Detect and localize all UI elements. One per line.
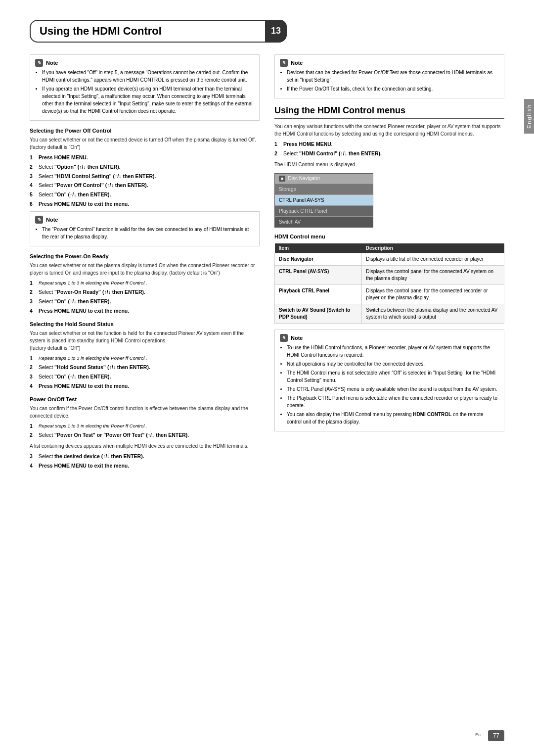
step-number: 3	[30, 453, 36, 461]
section3-heading: Selecting the Hold Sound Status	[30, 321, 260, 327]
note-bullets: Devices that can be checked for Power On…	[280, 69, 499, 93]
step-number: 1	[30, 280, 36, 287]
note-header: ✎ Note	[35, 59, 254, 67]
step-text: Select "On" (↑/↓ then ENTER).	[39, 191, 260, 199]
note-label: Note	[291, 60, 303, 66]
note-label: Note	[291, 335, 303, 341]
step-item: 6 Press HOME MENU to exit the menu.	[30, 200, 260, 208]
section3-steps: 1 Repeat steps 1 to 3 in electing the Po…	[30, 355, 260, 390]
right-column: ✎ Note Devices that can be checked for P…	[274, 54, 504, 473]
section4-steps-a: 1 Repeat steps 1 to 3 in electing the Po…	[30, 423, 260, 440]
page: English Using the HDMI Control 13 ✎ Note…	[0, 0, 534, 756]
step-text: Repeat steps 1 to 3 in electing the Powe…	[39, 423, 260, 430]
step-text: Select "Hold Sound Status" (↑/↓ then ENT…	[39, 364, 260, 372]
note-bullet: Devices that can be checked for Power On…	[287, 69, 499, 84]
hdmi-control-table: Item Description Disc Navigator Displays…	[274, 243, 504, 324]
page-number-en: En	[475, 732, 481, 737]
table-cell-item: CTRL Panel (AV-SYS)	[275, 265, 362, 284]
step-item: 4 Press HOME MENU to exit the menu.	[30, 382, 260, 390]
section2-heading: Selecting the Power-On Ready	[30, 253, 260, 259]
note-bullet: If you operate an HDMI supported device(…	[42, 85, 254, 115]
step-item: 2 Select "Power-On Ready" (↑/↓ then ENTE…	[30, 288, 260, 296]
step-number: 2	[30, 364, 36, 372]
step-number: 6	[30, 200, 36, 208]
note-bullet: The "Power Off Control" function is vali…	[42, 226, 254, 240]
menu-row-playback: Playback CTRL Panel	[275, 206, 373, 217]
step-text: Press HOME MENU to exit the menu.	[39, 200, 260, 208]
step-text: Repeat steps 1 to 3 in electing the Powe…	[39, 355, 260, 363]
step-item: 3 Select "On" (↑/↓ then ENTER).	[30, 298, 260, 306]
note-bullet: The Playback CTRL Panel menu is selectab…	[287, 394, 499, 409]
right-top-note: ✎ Note Devices that can be checked for P…	[274, 54, 504, 98]
step-text: Select "Option" (↑/↓ then ENTER).	[39, 163, 260, 171]
page-number: 77	[488, 730, 504, 741]
step-text: Press HOME MENU to exit the menu.	[39, 382, 260, 390]
section2-body: You can select whether or not the plasma…	[30, 262, 260, 277]
note-header: ✎ Note	[35, 216, 254, 224]
chapter-title: Using the HDMI Control	[40, 25, 162, 38]
note-icon: ✎	[35, 59, 43, 67]
step-number: 2	[30, 288, 36, 296]
step-number: 3	[30, 298, 36, 306]
right-bottom-note: ✎ Note To use the HDMI Control functions…	[274, 330, 504, 431]
hdmi-menus-title: Using the HDMI Control menus	[274, 105, 504, 119]
note-header: ✎ Note	[280, 59, 499, 67]
step-item: 2 Select "Hold Sound Status" (↑/↓ then E…	[30, 364, 260, 372]
menu-row-storage: Storage	[275, 184, 373, 195]
left-top-note: ✎ Note If you have selected "Off" in ste…	[30, 54, 260, 121]
side-language-label: English	[524, 99, 534, 134]
content-columns: ✎ Note If you have selected "Off" in ste…	[30, 54, 504, 473]
section1-body: You can select whether or not the connec…	[30, 136, 260, 151]
note-bullet: If you have selected "Off" in step 5, a …	[42, 69, 254, 84]
table-row: Playback CTRL Panel Displays the control…	[275, 284, 504, 304]
step-text: Select the desired device (↑/↓ then ENTE…	[39, 453, 260, 461]
step-text: Select "HDMI Control Setting" (↑/↓ then …	[39, 173, 260, 181]
step-item: 4 Select "Power Off Control" (↑/↓ then E…	[30, 182, 260, 189]
step-item: 1 Repeat steps 1 to 3 in electing the Po…	[30, 355, 260, 363]
hdmi-menu-screenshot: ■ Disc Navigator Storage CTRL Panel AV-S…	[274, 173, 373, 228]
table-cell-desc: Switches between the plasma display and …	[362, 304, 504, 323]
step-number: 1	[30, 355, 36, 363]
menu-row-header: ■ Disc Navigator	[275, 174, 373, 184]
step-number: 3	[30, 173, 36, 181]
note-bullets: To use the HDMI Control functions, a Pio…	[280, 344, 499, 425]
section1-steps: 1 Press HOME MENU. 2 Select "Option" (↑/…	[30, 154, 260, 208]
step-number: 4	[30, 462, 36, 470]
note-bullets: If you have selected "Off" in step 5, a …	[35, 69, 254, 115]
step-item: 2 Select "HDMI Control" (↑/↓ then ENTER)…	[274, 150, 504, 158]
note-header: ✎ Note	[280, 334, 499, 342]
table-cell-item: Playback CTRL Panel	[275, 284, 362, 304]
table-row: Disc Navigator Displays a title list of …	[275, 253, 504, 265]
hdmi-after-steps: The HDMI Control menu is displayed.	[274, 161, 504, 168]
note-bullet: The HDMI Control menu is not selectable …	[287, 369, 499, 384]
step-item: 1 Press HOME MENU.	[30, 154, 260, 162]
note-icon: ✎	[280, 59, 288, 67]
step-text: Press HOME MENU to exit the menu.	[39, 307, 260, 315]
step-item: 4 Press HOME MENU to exit the menu.	[30, 307, 260, 315]
step-text: Select "Power-On Ready" (↑/↓ then ENTER)…	[39, 288, 260, 296]
step-text: Select "HDMI Control" (↑/↓ then ENTER).	[283, 150, 504, 158]
note-bullet: To use the HDMI Control functions, a Pio…	[287, 344, 499, 359]
step-text: Select "Power On Test" or "Power Off Tes…	[39, 431, 260, 439]
section4-mid-text: A list containing devices appears when m…	[30, 442, 260, 450]
note-icon: ✎	[280, 334, 288, 342]
section3-body: You can select whether or not the functi…	[30, 330, 260, 352]
step-number: 2	[30, 431, 36, 439]
table-cell-item: Switch to AV Sound (Switch to PDP Sound)	[275, 304, 362, 323]
step-number: 2	[274, 150, 280, 158]
table-cell-desc: Displays the control panel for the conne…	[362, 284, 504, 304]
menu-row-switch: Switch AV	[275, 217, 373, 227]
left-mid-note: ✎ Note The "Power Off Control" function …	[30, 211, 260, 246]
note-label: Note	[46, 60, 58, 66]
table-cell-desc: Displays the control panel for the conne…	[362, 265, 504, 284]
step-text: Repeat steps 1 to 3 in electing the Powe…	[39, 280, 260, 287]
chapter-header: Using the HDMI Control 13	[30, 20, 287, 43]
section4-steps-b: 3 Select the desired device (↑/↓ then EN…	[30, 453, 260, 470]
section1-heading: Selecting the Power Off Control	[30, 128, 260, 134]
step-item: 1 Repeat steps 1 to 3 in electing the Po…	[30, 280, 260, 287]
chapter-number: 13	[265, 20, 287, 42]
table-col-desc: Description	[362, 243, 504, 253]
step-number: 1	[30, 154, 36, 162]
section2-steps: 1 Repeat steps 1 to 3 in electing the Po…	[30, 280, 260, 315]
note-icon: ✎	[35, 216, 43, 224]
